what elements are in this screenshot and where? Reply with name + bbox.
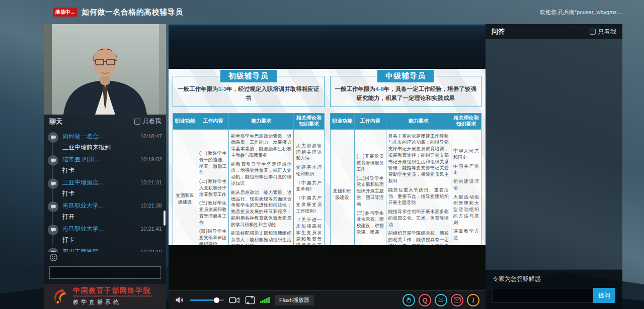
chat-timestamp: 10:19:02	[140, 156, 162, 162]
years-highlight: 1-3	[218, 86, 227, 92]
chat-bubble-icon	[48, 155, 58, 166]
chat-header: 聊天 只看我	[44, 115, 166, 128]
qa-only-me-label: 只看我	[598, 28, 616, 36]
chat-timestamp: 10:22:10	[140, 249, 162, 252]
junior-counselor-block: 初级辅导员 一般工作年限为1-3年，经过规定入职培训并取得相应证书 职业功能 工…	[173, 76, 325, 240]
knowledge-item: 党建基本理论和知识	[296, 164, 321, 177]
work-item: (一)开展党员教育管理服务工作	[357, 153, 384, 172]
center-stage: 初级辅导员 一般工作年限为1-3年，经过规定入职培训并取得相应证书 职业功能 工…	[169, 24, 486, 309]
ask-button[interactable]: 提问	[593, 288, 615, 303]
chat-message-list: 如何做一名合... 10:18:47 三亚中瑞前来报到 陆常昱 四川...	[44, 128, 166, 252]
checkbox-icon[interactable]	[134, 119, 140, 125]
ability-item: 具备丰富的党建团建工作经验与扎实的理论功底；能指导党支部书记开展党员教育培训，拓…	[388, 133, 449, 184]
volume-slider[interactable]	[190, 299, 224, 301]
col-header: 职业功能	[173, 113, 197, 129]
chat-bubble-icon	[48, 201, 58, 212]
col-header: 相关理论和知识要求	[451, 113, 481, 129]
chat-timestamp: 10:18:47	[140, 133, 162, 139]
info-button[interactable]: i	[467, 294, 479, 306]
volume-slider-thumb[interactable]	[214, 297, 219, 303]
camera-icon[interactable]	[229, 296, 240, 304]
junior-title: 初级辅导员	[220, 70, 277, 82]
chat-bubble-icon	[48, 225, 58, 235]
qa-footer: 专家为您答疑解惑 提问	[486, 269, 622, 309]
stage-bottom-area	[169, 245, 486, 290]
branding-bar: 中国教育干部网络学院 China E-learning Academy For …	[44, 284, 166, 309]
emoji-icon[interactable]	[49, 253, 58, 262]
chat-message: 南昌职业大学... 10:21:38 打开	[48, 201, 162, 221]
intermediate-table: 职业功能 工作内容 能力要求 相关理论和知识要求 党团和班级建设 (一)开展党员…	[330, 113, 482, 260]
presenter-video	[44, 24, 166, 115]
ability-item: 能抓住重大节庆日、重要活动、重要节点，指导党团组织开展主题活动	[388, 187, 449, 206]
raise-hand-button[interactable]	[403, 294, 415, 306]
checkbox-icon[interactable]	[590, 29, 596, 35]
chat-username: 如何做一名合...	[62, 132, 104, 141]
chat-input[interactable]	[49, 266, 161, 279]
chat-bubble-icon	[48, 178, 58, 189]
chat-only-me-toggle[interactable]: 只看我	[134, 117, 161, 126]
col-header: 能力要求	[229, 113, 294, 129]
chat-toolbar	[44, 252, 166, 264]
gear-icon	[437, 296, 445, 304]
chat-timestamp: 10:21:38	[140, 202, 162, 209]
left-column: 聊天 只看我 如何做一名合... 10:18:47 三亚中瑞前	[44, 24, 166, 309]
knowledge-cell: 中华人民共和国史中国共产党史党的建设理论大型活动组织管理和大型活动组织的方法与原…	[451, 129, 481, 260]
chat-message: 四川工商学院... 10:22:10 打卡	[48, 248, 162, 252]
presentation-slide: 初级辅导员 一般工作年限为1-3年，经过规定入职培训并取得相应证书 职业功能 工…	[169, 69, 486, 245]
chat-message-text: 三亚中瑞前来报到	[62, 143, 162, 152]
settings-button[interactable]	[435, 294, 447, 306]
action-buttons: Q i	[403, 294, 479, 306]
col-header: 相关理论和知识要求	[294, 113, 324, 129]
work-item: (三)做好学生党员发展和教育管理服务工作	[199, 200, 226, 226]
knowledge-item: 《中国共产党章程》	[296, 180, 321, 193]
qa-panel: 问答 只看我 专家为您答疑解惑 提问	[486, 24, 622, 309]
speaker-icon[interactable]	[175, 295, 185, 304]
top-bar: 播放中... 如何做一名合格的高校辅导员 欢迎您,孔兵南*pcuser_wbyg…	[0, 0, 644, 24]
work-item: (三)参与学生业余党校、团校建设，讲授党课、团课	[357, 210, 384, 236]
knowledge-item: 课堂教学方法	[453, 228, 479, 241]
flash-player-button[interactable]: Flash播放器	[275, 295, 314, 305]
system-name: 教学直播系统	[73, 298, 152, 306]
intermediate-title: 中级辅导员	[377, 70, 434, 82]
player-control-bar: Flash播放器 Q	[169, 290, 486, 309]
table-row: 党团和班级建设 (一)开展党员教育管理服务工作(二)指导学生党支部和班团组织开展…	[330, 129, 481, 260]
message-button[interactable]	[451, 294, 463, 306]
qa-header: 问答 只看我	[486, 24, 622, 39]
chat-bubble-icon	[48, 132, 58, 143]
live-status-badge: 播放中...	[53, 8, 77, 17]
work-item: (二)指导学生党支部和班团组织开展主题党、团日等活动	[357, 175, 384, 208]
ability-item: 能从思想政治、能力素质、道德品行、现实表现等方面综合考察学生的先进性和纯洁性；熟…	[231, 189, 291, 228]
welcome-text: 欢迎您,孔兵南*pcuser_wbygmz...	[540, 9, 621, 16]
qa-prompt: 专家为您答疑解惑	[493, 275, 615, 283]
info-icon: i	[472, 297, 474, 303]
chat-bubble-icon	[48, 248, 58, 252]
chat-username: 四川工商学院...	[62, 248, 104, 252]
work-item: (二)做好学生入党积极分子培养教育工作	[199, 178, 226, 197]
chat-title: 聊天	[49, 117, 62, 126]
intermediate-subtitle: 一般工作年限为4-8年，具备一定工作经验，培养了较强研究能力，积累了一定理论和实…	[335, 85, 477, 103]
col-header: 能力要求	[386, 113, 451, 129]
work-content-cell: (一)开展党员教育管理服务工作(二)指导学生党支部和班团组织开展主题党、团日等活…	[354, 129, 386, 260]
ability-item: 能教育引导学生坚定理想信念，增强党性修养，端正入党动机；能组织学生学习党的理论知…	[231, 161, 291, 187]
chat-timestamp: 10:21:41	[140, 226, 162, 232]
chat-message-text: 打开	[62, 213, 162, 221]
chat-message: 陆常昱 四川... 10:19:02 打卡	[48, 155, 162, 175]
chat-scrollbar-thumb[interactable]	[164, 211, 166, 226]
chat-username: 陆常昱 四川...	[62, 155, 99, 164]
intermediate-counselor-block: 中级辅导员 一般工作年限为4-8年，具备一定工作经验，培养了较强研究能力，积累了…	[330, 76, 482, 240]
chat-message: 如何做一名合... 10:18:47 三亚中瑞前来报到	[48, 132, 162, 152]
col-header: 工作内容	[354, 113, 386, 129]
hand-icon	[405, 296, 413, 304]
qa-button[interactable]: Q	[419, 294, 431, 306]
qa-only-me-toggle[interactable]: 只看我	[590, 28, 616, 36]
question-input[interactable]	[493, 288, 593, 303]
chat-timestamp: 10:21:31	[140, 179, 162, 185]
chat-message-text: 打卡	[62, 189, 162, 198]
academy-logo-icon	[51, 287, 69, 305]
signal-strength-icon	[260, 297, 270, 303]
screen-toggle-icon[interactable]	[245, 296, 255, 304]
page-title: 如何做一名合格的高校辅导员	[82, 8, 183, 17]
academy-name-en: China E-learning Academy For Education L…	[73, 295, 152, 297]
chat-message-text: 打卡	[62, 236, 162, 244]
qa-message-area	[486, 39, 622, 269]
